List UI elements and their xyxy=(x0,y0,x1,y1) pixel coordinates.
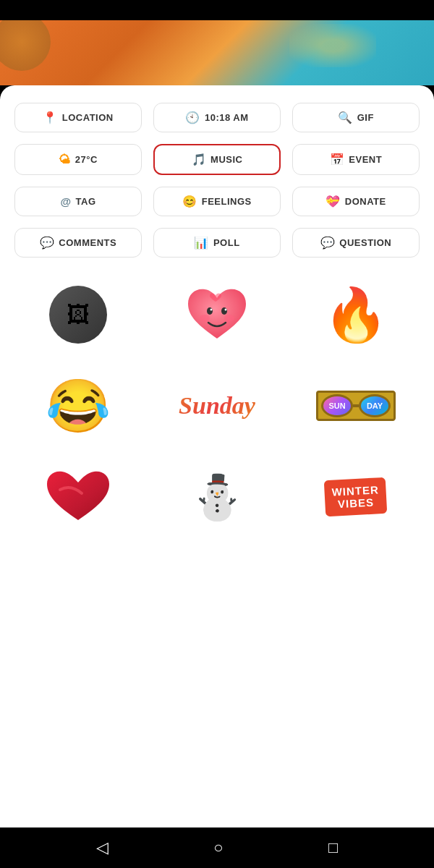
gif-button[interactable]: 🔍 GIF xyxy=(292,103,420,132)
glass-right: DAY xyxy=(359,394,391,417)
location-icon: 📍 xyxy=(43,111,58,124)
main-content: 📍 LOCATION 🕙 10:18 AM 🔍 GIF 🌤 27°C 🎵 MUS… xyxy=(0,85,434,827)
home-button[interactable]: ○ xyxy=(213,838,223,857)
status-bar xyxy=(0,0,434,20)
question-label: QUESTION xyxy=(339,237,391,248)
tag-label: TAG xyxy=(76,196,96,207)
sticker-sunday[interactable]: Sunday xyxy=(153,366,281,446)
time-button[interactable]: 🕙 10:18 AM xyxy=(153,103,281,132)
sticker-snowman[interactable]: ⛄ xyxy=(153,457,281,537)
top-image xyxy=(0,20,434,85)
stickers-section: 🔥 😂 Sunday SUN DAY xyxy=(14,275,420,537)
gif-label: GIF xyxy=(357,112,374,123)
weather-label: 27°C xyxy=(75,154,98,165)
glass-left: SUN xyxy=(321,394,353,417)
sticker-winter-vibes[interactable]: WINTERVIBES xyxy=(292,457,420,537)
poll-icon: 📊 xyxy=(194,236,209,250)
tag-button[interactable]: @ TAG xyxy=(14,187,142,216)
svg-point-2 xyxy=(207,307,213,315)
sticker-fire[interactable]: 🔥 xyxy=(292,275,420,354)
sticker-red-heart[interactable] xyxy=(14,457,142,537)
donate-label: DONATE xyxy=(345,196,386,207)
weather-button[interactable]: 🌤 27°C xyxy=(14,144,142,175)
question-button[interactable]: 💬 QUESTION xyxy=(292,228,420,258)
back-button[interactable]: ◁ xyxy=(96,838,109,857)
time-label: 10:18 AM xyxy=(205,112,249,123)
search-icon: 🔍 xyxy=(338,111,353,124)
music-label: MUSIC xyxy=(210,154,242,165)
comments-icon: 💬 xyxy=(40,236,55,250)
glass-bridge xyxy=(353,404,359,407)
red-heart-svg xyxy=(46,468,111,526)
svg-point-0 xyxy=(200,315,210,322)
event-label: EVENT xyxy=(349,154,382,165)
event-icon: 📅 xyxy=(330,153,345,166)
clock-icon: 🕙 xyxy=(185,111,200,124)
nav-bar: ◁ ○ □ xyxy=(0,827,434,868)
music-button[interactable]: 🎵 MUSIC xyxy=(153,144,281,175)
donate-button[interactable]: 💝 DONATE xyxy=(292,187,420,216)
sunday-text: Sunday xyxy=(179,392,255,420)
poll-button[interactable]: 📊 POLL xyxy=(153,228,281,258)
poll-label: POLL xyxy=(213,237,240,248)
fire-emoji: 🔥 xyxy=(323,284,388,346)
glasses-graphic: SUN DAY xyxy=(316,391,396,421)
recent-button[interactable]: □ xyxy=(328,838,338,857)
music-icon: 🎵 xyxy=(192,153,207,166)
svg-point-5 xyxy=(225,309,227,311)
sticker-button-grid: 📍 LOCATION 🕙 10:18 AM 🔍 GIF 🌤 27°C 🎵 MUS… xyxy=(14,103,420,258)
winter-vibes-text: WINTERVIBES xyxy=(332,483,380,510)
donate-icon: 💝 xyxy=(326,195,341,208)
question-icon: 💬 xyxy=(320,236,336,250)
sticker-photo-collage[interactable] xyxy=(14,275,142,354)
feelings-icon: 😊 xyxy=(182,195,197,208)
svg-point-3 xyxy=(221,307,227,315)
sun-icon: 🌤 xyxy=(59,153,71,166)
sticker-heart-face[interactable] xyxy=(153,275,281,354)
feelings-button[interactable]: 😊 FEELINGS xyxy=(153,187,281,216)
svg-point-4 xyxy=(210,309,213,311)
location-button[interactable]: 📍 LOCATION xyxy=(14,103,142,132)
comments-button[interactable]: 💬 COMMENTS xyxy=(14,228,142,258)
sticker-laughing[interactable]: 😂 xyxy=(14,366,142,446)
laughing-emoji: 😂 xyxy=(46,375,111,437)
location-label: LOCATION xyxy=(62,112,114,123)
winter-vibes-graphic: WINTERVIBES xyxy=(324,477,388,516)
tag-icon: @ xyxy=(60,195,71,208)
event-button[interactable]: 📅 EVENT xyxy=(292,144,420,175)
comments-label: COMMENTS xyxy=(59,237,116,248)
heart-face-svg xyxy=(184,282,250,347)
svg-point-1 xyxy=(224,315,234,322)
sticker-sunday-glasses[interactable]: SUN DAY xyxy=(292,366,420,446)
snowman-emoji: ⛄ xyxy=(190,472,244,523)
photo-collage-graphic xyxy=(49,286,107,344)
feelings-label: FEELINGS xyxy=(202,196,252,207)
